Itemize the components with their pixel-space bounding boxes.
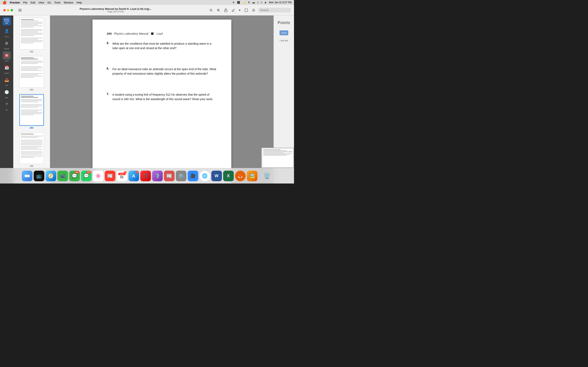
document-page: 266 Physics Laboratory Manual Loyd 5. Wh…	[93, 20, 231, 184]
svg-rect-0	[18, 9, 22, 9]
menu-go[interactable]: Go	[47, 1, 51, 4]
appstore-badge: 5	[136, 171, 138, 174]
dock-app-zoom[interactable]: 🎥	[188, 171, 198, 181]
toolbar-actions: ▾ a	[208, 7, 291, 13]
menubar-right: ✈ ⬛ 🌙 𝔹 ▬ ⌋ ≡ ◈ Mon Jan 31 8:37 PM	[233, 1, 292, 4]
menu-tools[interactable]: Tools	[54, 1, 61, 4]
crop-button[interactable]	[243, 8, 249, 13]
control-center[interactable]: ≡	[261, 1, 262, 4]
menubar: 🍎 Preview File Edit View Go Tools Window…	[0, 0, 294, 5]
account-icon: 👤	[3, 27, 11, 35]
question-6-text: For an ideal resonance tube an antinode …	[112, 67, 217, 76]
sidebar-toggle-button[interactable]	[17, 8, 23, 12]
thumbnail-image-283	[19, 56, 44, 88]
dock-app-tv[interactable]: 📺	[34, 171, 44, 181]
zoom-out-button[interactable]	[208, 8, 214, 13]
dock-app-excel[interactable]: X	[223, 171, 234, 181]
question-5: 5. What are the conditions that must be …	[107, 42, 217, 50]
sidebar-item-help[interactable]: ? He	[3, 100, 11, 111]
calendar-badge: 4	[124, 171, 126, 174]
sidebar-item-inbox[interactable]: 📥 Inb	[3, 76, 11, 86]
question-7-num: 7.	[107, 92, 111, 101]
question-7-text: A student using a tuning fork of frequen…	[112, 92, 217, 101]
dock-app-facetime[interactable]: 📹	[57, 171, 68, 181]
sidebar-item-dashboard[interactable]: ⊞ Dashb	[3, 39, 11, 50]
inbox-label: Inb	[5, 84, 8, 86]
thumbnail-num-283: 283	[30, 89, 33, 91]
dock-app-news[interactable]: 📰	[105, 171, 115, 181]
dock-app-music[interactable]: 🎵	[140, 171, 151, 181]
share-button[interactable]	[223, 8, 229, 13]
dock-app-messages[interactable]: 💬 987	[69, 171, 80, 181]
dock: 📺 🧭 📹 💬 987 💬 273 🌸 📰 JAN	[0, 168, 294, 184]
bluetooth-icon: 𝔹	[248, 1, 250, 4]
dock-app-word[interactable]: W	[211, 171, 222, 181]
svg-rect-15	[5, 54, 8, 57]
dock-app-podcasts[interactable]: 🎙️	[152, 171, 163, 181]
menu-file[interactable]: File	[23, 1, 27, 4]
help-icon: ?	[3, 100, 11, 108]
svg-rect-16	[6, 55, 8, 55]
document-area[interactable]: 266 Physics Laboratory Manual Loyd 5. Wh…	[50, 16, 274, 184]
close-button[interactable]	[3, 9, 6, 11]
dock-app-finder[interactable]	[22, 171, 33, 181]
menu-help[interactable]: Help	[76, 1, 82, 4]
dock-app-appstore[interactable]: A 5	[129, 171, 139, 181]
courses-icon	[3, 51, 11, 59]
thumbnail-panel: 282	[13, 16, 50, 184]
thumbnail-num-285: 285	[30, 165, 33, 167]
markup-button[interactable]	[230, 8, 236, 13]
menu-edit[interactable]: Edit	[31, 1, 35, 4]
preview-page	[262, 149, 293, 167]
thumbnail-corner-preview	[261, 148, 294, 168]
dock-app-chrome[interactable]: 🌐	[199, 171, 210, 181]
siri-icon[interactable]: ◈	[265, 1, 267, 4]
dock-app-news2[interactable]: 📰	[164, 171, 174, 181]
thumbnail-283[interactable]: 283	[18, 55, 45, 92]
minimize-button[interactable]	[7, 9, 9, 11]
sidebar-item-history[interactable]: 🕐 Hist	[3, 88, 11, 99]
markup-chevron[interactable]: ▾	[238, 7, 242, 13]
thumbnail-image-285	[19, 132, 44, 164]
svg-point-19	[25, 175, 27, 177]
dock-app-firefox[interactable]: 🦊	[235, 171, 246, 181]
dock-app-whatsapp[interactable]: 💬 273	[81, 171, 92, 181]
maximize-button[interactable]	[11, 9, 13, 11]
menu-view[interactable]: View	[39, 1, 44, 4]
dashboard-label: Dashb	[4, 48, 9, 50]
dock-app-safari[interactable]: 🧭	[45, 171, 56, 181]
dock-app-photos[interactable]: 🌸	[93, 171, 104, 181]
svg-rect-1	[18, 10, 22, 10]
svg-rect-2	[18, 11, 22, 11]
dock-app-calendar[interactable]: JAN 31 4	[117, 171, 127, 181]
thumbnail-282[interactable]: 282	[18, 17, 45, 54]
battery-icon: ▬	[252, 1, 255, 4]
header-divider	[151, 33, 154, 35]
dock-app-trash[interactable]: 🗑️	[262, 171, 272, 181]
title-info: Physics Laboratory Manual by David H. Lo…	[25, 7, 206, 13]
link-text: t the link	[278, 38, 289, 43]
document-title: Physics Laboratory Manual by David H. Lo…	[25, 7, 206, 10]
search-input[interactable]	[258, 8, 291, 12]
menu-preview[interactable]: Preview	[10, 1, 20, 4]
sidebar-item-account[interactable]: 👤 Acca	[3, 27, 11, 38]
annotate-button[interactable]: a	[251, 8, 256, 13]
thumbnail-285[interactable]: 285	[18, 132, 45, 168]
thumbnail-284[interactable]: 284	[18, 93, 45, 130]
thumbnail-num-282: 282	[30, 50, 33, 53]
svg-text:a: a	[253, 9, 254, 11]
zoom-in-button[interactable]	[216, 8, 221, 13]
facetime-icon: ⬛	[237, 1, 240, 4]
sidebar-item-courses[interactable]: Cour	[3, 51, 11, 62]
dock-app-preview[interactable]: 🖼️	[247, 171, 258, 181]
assignment-button[interactable]: iment	[279, 30, 288, 35]
apple-menu[interactable]: 🍎	[2, 1, 7, 4]
datetime: Mon Jan 31 8:37 PM	[269, 1, 292, 4]
menu-window[interactable]: Window	[64, 1, 73, 4]
dock-app-systemprefs[interactable]: ⚙️	[176, 171, 186, 181]
dashboard-icon: ⊞	[3, 39, 11, 47]
sidebar-item-calendar[interactable]: 📅 Calen	[3, 64, 11, 74]
traffic-lights	[3, 9, 13, 11]
university-logo[interactable]: MORASTATEUNI	[3, 17, 11, 25]
inbox-icon: 📥	[3, 76, 11, 84]
